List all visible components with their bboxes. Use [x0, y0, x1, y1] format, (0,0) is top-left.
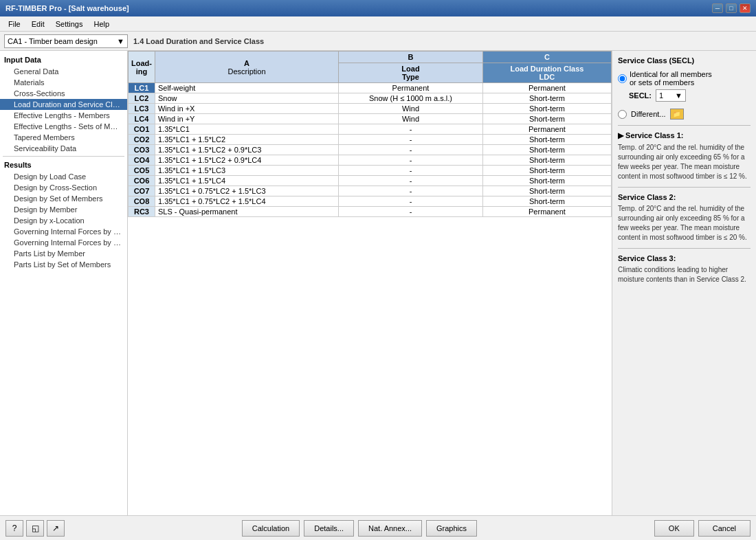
sidebar-results-header: Results — [0, 159, 127, 171]
sidebar-item-parts-list-member[interactable]: Parts List by Member — [0, 248, 127, 259]
divider-2 — [618, 187, 751, 188]
ok-button[interactable]: OK — [654, 520, 694, 537]
print-icon-btn[interactable]: ◱ — [26, 520, 44, 537]
details-button[interactable]: Details... — [304, 520, 354, 537]
radio-identical-label: Identical for all membersor sets of memb… — [630, 70, 712, 87]
sidebar-item-load-duration[interactable]: Load Duration and Service Cla... — [0, 99, 127, 110]
sidebar-item-design-cross-section[interactable]: Design by Cross-Section — [0, 182, 127, 193]
row-desc-cell: 1.35*LC1 + 1.5*LC2 — [155, 135, 338, 145]
sidebar-item-design-load-case[interactable]: Design by Load Case — [0, 171, 127, 182]
row-ldc-cell: Permanent — [482, 207, 611, 217]
radio-identical[interactable] — [618, 74, 627, 83]
table-row: LC4Wind in +YWindShort-term — [129, 114, 612, 124]
sc2-desc: Temp. of 20°C and the rel. humidity of t… — [618, 204, 751, 243]
divider-3 — [618, 248, 751, 249]
maximize-button[interactable]: □ — [726, 3, 737, 13]
calculation-button[interactable]: Calculation — [242, 520, 300, 537]
menu-settings[interactable]: Settings — [50, 19, 89, 30]
menu-bar: File Edit Settings Help — [0, 16, 756, 32]
sidebar-separator — [3, 156, 124, 157]
sidebar-item-effective-lengths-sets[interactable]: Effective Lengths - Sets of Mem... — [0, 121, 127, 132]
radio-different-label: Different... — [631, 110, 666, 118]
row-load-type-cell: - — [339, 186, 483, 196]
sidebar-item-parts-list-set[interactable]: Parts List by Set of Members — [0, 259, 127, 270]
table-container[interactable]: Load-ing ADescription B C LoadType Load … — [128, 51, 612, 515]
secl-dropdown[interactable]: 1 ▼ — [656, 89, 686, 102]
sidebar-item-cross-sections[interactable]: Cross-Sections — [0, 88, 127, 99]
row-desc-cell: 1.35*LC1 — [155, 124, 338, 135]
sc1-title: ▶ Service Class 1: — [618, 131, 751, 140]
radio-identical-row: Identical for all membersor sets of memb… — [618, 70, 751, 87]
toolbar-row: CA1 - Timber beam design ▼ 1.4 Load Dura… — [0, 32, 756, 51]
sidebar-item-serviceability[interactable]: Serviceability Data — [0, 143, 127, 154]
row-id-cell: CO5 — [129, 166, 155, 176]
radio-different[interactable] — [618, 110, 627, 119]
secl-label: SECL: — [629, 91, 652, 100]
divider-1 — [618, 125, 751, 126]
col-a-header: ADescription — [155, 52, 338, 83]
row-id-cell: LC4 — [129, 114, 155, 124]
row-ldc-cell: Permanent — [482, 124, 611, 135]
content-area: Load-ing ADescription B C LoadType Load … — [128, 51, 612, 515]
row-load-type-cell: - — [339, 207, 483, 217]
ca-dropdown-arrow: ▼ — [117, 37, 124, 45]
table-row: CO61.35*LC1 + 1.5*LC4-Short-term — [129, 176, 612, 186]
menu-edit[interactable]: Edit — [26, 19, 50, 30]
folder-icon[interactable]: 📁 — [670, 109, 684, 120]
row-id-cell: LC2 — [129, 93, 155, 104]
sidebar-item-tapered-members[interactable]: Tapered Members — [0, 132, 127, 143]
row-ldc-cell: Short-term — [482, 145, 611, 155]
row-desc-cell: Snow — [155, 93, 338, 104]
sidebar-item-effective-lengths-members[interactable]: Effective Lengths - Members — [0, 110, 127, 121]
col-ldc-subheader: Load Duration ClassLDC — [482, 63, 611, 83]
secl-arrow: ▼ — [675, 91, 682, 100]
cancel-button[interactable]: Cancel — [698, 520, 751, 537]
menu-file[interactable]: File — [3, 19, 26, 30]
help-icon-btn[interactable]: ? — [5, 520, 23, 537]
row-ldc-cell: Short-term — [482, 166, 611, 176]
sc1-desc: Temp. of 20°C and the rel. humidity of t… — [618, 143, 751, 181]
row-desc-cell: 1.35*LC1 + 0.75*LC2 + 1.5*LC4 — [155, 196, 338, 207]
sidebar-item-materials[interactable]: Materials — [0, 77, 127, 88]
sidebar-item-general-data[interactable]: General Data — [0, 66, 127, 77]
col-b-header: B — [339, 52, 483, 63]
row-desc-cell: SLS - Quasi-permanent — [155, 207, 338, 217]
table-row: LC2SnowSnow (H ≤ 1000 m a.s.l.)Short-ter… — [129, 93, 612, 104]
right-panel-title: Service Class (SECL) — [618, 56, 751, 65]
table-row: CO71.35*LC1 + 0.75*LC2 + 1.5*LC3-Short-t… — [129, 186, 612, 196]
sc3-desc: Climatic conditions leading to higher mo… — [618, 265, 751, 284]
section-title: 1.4 Load Duration and Service Class — [133, 37, 264, 45]
service-class-1-block: ▶ Service Class 1: Temp. of 20°C and the… — [618, 131, 751, 181]
row-ldc-cell: Short-term — [482, 196, 611, 207]
row-desc-cell: 1.35*LC1 + 1.5*LC2 + 0.9*LC3 — [155, 145, 338, 155]
ca-dropdown[interactable]: CA1 - Timber beam design ▼ — [4, 34, 128, 48]
row-id-cell: CO7 — [129, 186, 155, 196]
row-id-cell: LC1 — [129, 83, 155, 93]
main-layout: Input Data General Data Materials Cross-… — [0, 51, 756, 515]
col-load-type-subheader: LoadType — [339, 63, 483, 83]
table-row: CO41.35*LC1 + 1.5*LC2 + 0.9*LC4-Short-te… — [129, 155, 612, 166]
sidebar-item-design-set-members[interactable]: Design by Set of Members — [0, 193, 127, 204]
sidebar-item-governing-member[interactable]: Governing Internal Forces by M... — [0, 226, 127, 237]
close-button[interactable]: ✕ — [740, 3, 751, 13]
sidebar: Input Data General Data Materials Cross-… — [0, 51, 128, 515]
row-desc-cell: Wind in +Y — [155, 114, 338, 124]
sidebar-item-design-member[interactable]: Design by Member — [0, 204, 127, 215]
bottom-center: Calculation Details... Nat. Annex... Gra… — [242, 520, 477, 537]
main-table: Load-ing ADescription B C LoadType Load … — [128, 51, 612, 217]
graphics-button[interactable]: Graphics — [426, 520, 477, 537]
sidebar-item-governing-set[interactable]: Governing Internal Forces by S... — [0, 237, 127, 248]
service-class-3-block: Service Class 3: Climatic conditions lea… — [618, 254, 751, 284]
col-c-header: C — [482, 52, 611, 63]
row-ldc-cell: Short-term — [482, 186, 611, 196]
menu-help[interactable]: Help — [88, 19, 115, 30]
row-desc-cell: Wind in +X — [155, 104, 338, 114]
sidebar-input-header: Input Data — [0, 54, 127, 66]
sc3-title: Service Class 3: — [618, 254, 751, 262]
right-panel: Service Class (SECL) Identical for all m… — [612, 51, 756, 515]
row-ldc-cell: Short-term — [482, 155, 611, 166]
minimize-button[interactable]: ─ — [712, 3, 723, 13]
export-icon-btn[interactable]: ↗ — [47, 520, 65, 537]
nat-annex-button[interactable]: Nat. Annex... — [358, 520, 422, 537]
sidebar-item-design-x-location[interactable]: Design by x-Location — [0, 215, 127, 226]
